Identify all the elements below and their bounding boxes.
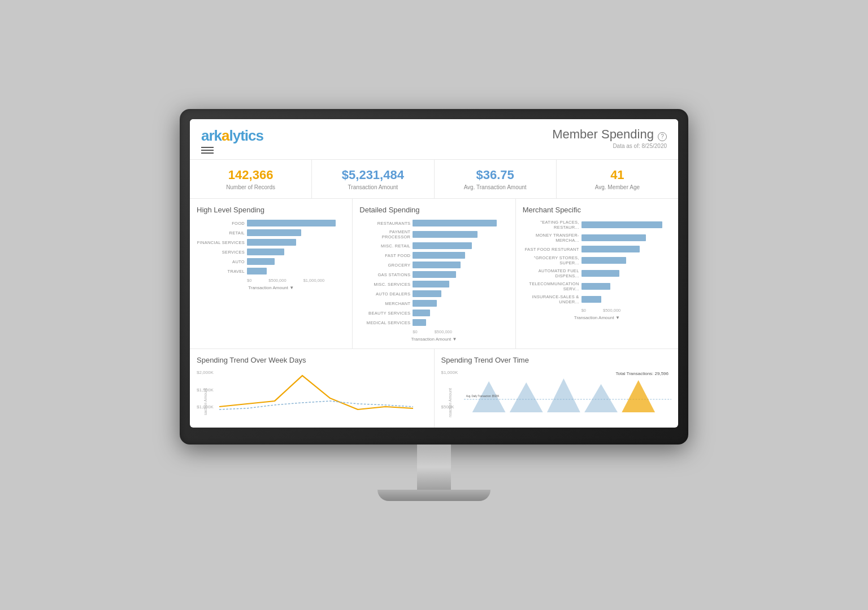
- kpi-card-3: 41 Avg. Member Age: [557, 160, 678, 198]
- dashboard: arkalytics Member Spending ? Data as of:…: [190, 119, 678, 428]
- bar-fill: [247, 249, 284, 255]
- kpi-value-0: 142,366: [196, 168, 306, 182]
- bar-label: FOOD: [197, 221, 245, 226]
- over-time-title: Spending Trend Over Time: [441, 356, 672, 364]
- bar-label: AUTOMATED FUEL DISPENS...: [523, 268, 579, 278]
- detailed-axis: $0$500,000: [359, 329, 508, 334]
- over-time-svg-area: nsaction Amount Avg. Daily Transaction: …: [464, 370, 672, 421]
- monitor-stand-neck: [417, 445, 451, 490]
- bar-fill: [413, 319, 426, 326]
- bar-row: FINANCIAL SERVICES: [197, 239, 345, 246]
- high-level-bar-chart: FOODRETAILFINANCIAL SERVICESSERVICESAUTO…: [197, 220, 345, 274]
- axis-label: $0: [413, 329, 417, 334]
- logo-accent: a: [222, 127, 229, 144]
- axis-label: $0: [247, 278, 251, 283]
- bar-fill: [247, 220, 336, 226]
- bar-fill: [581, 257, 627, 264]
- kpi-card-2: $36.75 Avg. Transaction Amount: [435, 160, 557, 198]
- merchant-footer: Transaction Amount ▼: [523, 315, 671, 320]
- bar-fill: [413, 271, 455, 278]
- detailed-title: Detailed Spending: [359, 206, 508, 214]
- axis-label: $1,000,000: [303, 278, 325, 283]
- bar-row: MONEY TRANSFER-MERCHA...: [523, 233, 671, 243]
- bar-label: MISC. SERVICES: [359, 282, 410, 287]
- bar-container: [581, 283, 671, 290]
- y-axis-title: nsaction Amount: [448, 388, 452, 417]
- bar-container: [413, 231, 508, 238]
- axis-label: $0: [581, 308, 586, 313]
- svg-marker-5: [622, 380, 655, 412]
- bar-label: SERVICES: [197, 250, 245, 255]
- page-title-text: Member Spending: [552, 127, 654, 141]
- bar-row: "GROCERY STORES, SUPER...: [523, 255, 671, 265]
- bar-container: [581, 246, 671, 252]
- bar-row: MISC. SERVICES: [359, 281, 508, 287]
- bar-label: GROCERY: [359, 263, 410, 268]
- page-title: Member Spending ?: [552, 127, 667, 142]
- bottom-charts-row: Spending Trend Over Week Days $2,000K $1…: [190, 349, 678, 428]
- bar-container: [413, 220, 508, 226]
- high-level-axis: $0$500,000$1,000,000: [197, 278, 345, 283]
- bar-fill: [413, 290, 441, 297]
- merchant-title: Merchant Specific: [523, 206, 671, 214]
- kpi-label-2: Avg. Transaction Amount: [440, 184, 550, 190]
- bar-row: "EATING PLACES, RESTAUR...: [523, 220, 671, 230]
- bar-fill: [413, 310, 429, 316]
- bar-label: "EATING PLACES, RESTAUR...: [523, 220, 579, 230]
- kpi-card-1: $5,231,484 Transaction Amount: [312, 160, 434, 198]
- monitor-bezel: arkalytics Member Spending ? Data as of:…: [180, 109, 688, 445]
- kpi-value-2: $36.75: [440, 168, 550, 182]
- merchant-panel: Merchant Specific"EATING PLACES, RESTAUR…: [516, 199, 678, 348]
- bar-container: [581, 234, 671, 241]
- monitor-stand-base: [377, 490, 491, 501]
- bar-label: INSURANCE-SALES & UNDER...: [523, 294, 579, 304]
- bar-row: MEDICAL SERVICES: [359, 319, 508, 326]
- bar-label: FAST FOOD RESTURANT: [523, 247, 579, 252]
- bar-container: [413, 281, 508, 287]
- bar-label: FINANCIAL SERVICES: [197, 240, 245, 245]
- high-level-footer: Transaction Amount ▼: [197, 285, 345, 290]
- bar-row: INSURANCE-SALES & UNDER...: [523, 294, 671, 304]
- week-days-svg: [219, 370, 427, 415]
- high-level-title: High Level Spending: [197, 206, 345, 214]
- bar-container: [413, 271, 508, 278]
- kpi-label-0: Number of Records: [196, 184, 306, 190]
- bar-container: [247, 229, 345, 236]
- bar-container: [413, 242, 508, 249]
- bar-label: "GROCERY STORES, SUPER...: [523, 255, 579, 265]
- help-icon[interactable]: ?: [658, 132, 667, 141]
- bar-fill: [247, 239, 296, 246]
- bar-row: FAST FOOD RESTURANT: [523, 246, 671, 252]
- svg-marker-2: [509, 382, 542, 412]
- bar-row: TRAVEL: [197, 268, 345, 274]
- kpi-label-3: Avg. Member Age: [562, 184, 672, 190]
- bar-container: [247, 249, 345, 255]
- bar-row: MISC. RETAIL: [359, 242, 508, 249]
- bar-label: TRAVEL: [197, 269, 245, 274]
- hamburger-menu[interactable]: [201, 147, 263, 154]
- bar-row: RETAIL: [197, 229, 345, 236]
- over-time-svg: Avg. Daily Transaction: $523K: [464, 370, 672, 415]
- kpi-row: 142,366 Number of Records $5,231,484 Tra…: [190, 160, 678, 199]
- bar-fill: [581, 234, 646, 241]
- bar-fill: [581, 221, 662, 228]
- bar-label: MEDICAL SERVICES: [359, 320, 410, 325]
- kpi-label-1: Transaction Amount: [318, 184, 428, 190]
- bar-row: AUTOMATED FUEL DISPENS...: [523, 268, 671, 278]
- bar-row: FAST FOOD: [359, 252, 508, 259]
- bar-row: TELECOMMUNICATION SERV...: [523, 281, 671, 291]
- bar-fill: [413, 262, 461, 268]
- bar-row: BEAUTY SERVICES: [359, 310, 508, 316]
- bar-label: TELECOMMUNICATION SERV...: [523, 281, 579, 291]
- bar-row: RESTAURANTS: [359, 220, 508, 226]
- bar-row: AUTO DEALERS: [359, 290, 508, 297]
- bar-label: PAYMENT PROCESSOR: [359, 229, 410, 239]
- bar-label: MISC. RETAIL: [359, 243, 410, 249]
- detailed-bar-chart: RESTAURANTSPAYMENT PROCESSORMISC. RETAIL…: [359, 220, 508, 326]
- bar-fill: [247, 229, 301, 236]
- bar-label: FAST FOOD: [359, 253, 410, 258]
- bar-fill: [581, 283, 610, 290]
- bar-fill: [581, 246, 640, 252]
- over-time-chart-area: Total Transactions: 29,596 $1,000K $500K…: [441, 370, 672, 421]
- week-days-title: Spending Trend Over Week Days: [197, 356, 427, 364]
